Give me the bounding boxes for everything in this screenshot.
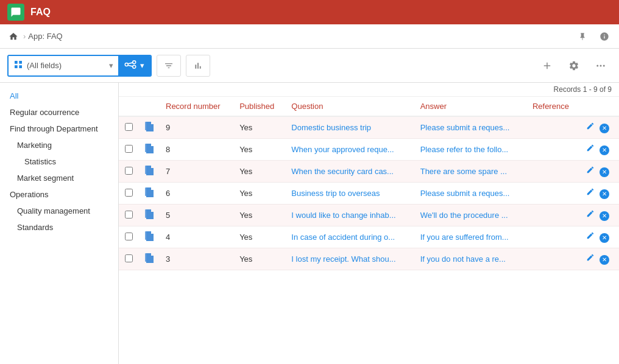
cell-actions: ✕ xyxy=(580,248,619,270)
app-icon xyxy=(7,4,24,21)
cell-record-num: 9 xyxy=(160,116,233,139)
cell-answer[interactable]: There are some spare ... xyxy=(414,161,526,183)
cell-record-num: 3 xyxy=(160,248,233,270)
info-button[interactable] xyxy=(596,28,613,45)
delete-button[interactable]: ✕ xyxy=(600,211,609,221)
cell-checkbox[interactable] xyxy=(119,248,139,270)
cell-question[interactable]: In case of accident during o... xyxy=(285,226,414,248)
delete-button[interactable]: ✕ xyxy=(600,145,609,155)
cell-question[interactable]: I lost my receipt. What shou... xyxy=(285,248,414,270)
edit-button[interactable] xyxy=(586,123,597,132)
table-row: 7 Yes When the security card cas... Ther… xyxy=(119,161,619,183)
edit-button[interactable] xyxy=(586,189,597,198)
cell-published: Yes xyxy=(233,205,285,226)
th-icon xyxy=(139,97,160,116)
cell-question[interactable]: When the security card cas... xyxy=(285,161,414,183)
delete-button[interactable]: ✕ xyxy=(600,167,609,177)
app-header: FAQ xyxy=(0,0,619,24)
delete-button[interactable]: ✕ xyxy=(600,189,609,199)
edit-button[interactable] xyxy=(586,145,597,154)
delete-button[interactable]: ✕ xyxy=(600,255,609,265)
svg-rect-14 xyxy=(145,253,151,262)
sidebar-item-regular-ocourrence[interactable]: Regular ocourrence xyxy=(0,104,118,121)
cell-answer[interactable]: Please submit a reques... xyxy=(414,116,526,139)
cell-checkbox[interactable] xyxy=(119,161,139,183)
search-field-selector[interactable]: (All fields) ▾ xyxy=(9,56,118,75)
sidebar-item-standards[interactable]: Standards xyxy=(0,219,118,236)
svg-point-1 xyxy=(133,61,136,64)
home-icon xyxy=(9,32,18,41)
th-actions xyxy=(580,97,619,116)
pin-icon xyxy=(578,32,587,41)
add-icon xyxy=(542,60,553,71)
cell-answer[interactable]: We'll do the procedure ... xyxy=(414,205,526,226)
edit-button[interactable] xyxy=(586,254,597,264)
cell-doc-icon xyxy=(139,139,160,161)
add-button[interactable] xyxy=(536,55,558,77)
pin-button[interactable] xyxy=(574,28,591,45)
settings-button[interactable] xyxy=(563,55,585,77)
sidebar-item-statistics[interactable]: Statistics xyxy=(0,153,118,170)
th-answer[interactable]: Answer xyxy=(414,97,526,116)
cell-question[interactable]: Domestic business trip xyxy=(285,116,414,139)
cell-checkbox[interactable] xyxy=(119,116,139,139)
cell-answer[interactable]: Please refer to the follo... xyxy=(414,139,526,161)
delete-button[interactable]: ✕ xyxy=(600,124,609,133)
cell-answer[interactable]: If you do not have a re... xyxy=(414,248,526,270)
sidebar-item-operations[interactable]: Operations xyxy=(0,186,118,203)
cell-question[interactable]: Business trip to overseas xyxy=(285,183,414,205)
th-question[interactable]: Question xyxy=(285,97,414,116)
edit-button[interactable] xyxy=(586,233,597,242)
settings-icon xyxy=(568,60,579,71)
table-row: 6 Yes Business trip to overseas Please s… xyxy=(119,183,619,205)
sidebar-item-market-segment[interactable]: Market segment xyxy=(0,170,118,186)
sidebar-item-marketing[interactable]: Marketing xyxy=(0,137,118,153)
sidebar: AllRegular ocourrenceFind through Depart… xyxy=(0,83,119,364)
svg-point-5 xyxy=(596,65,598,66)
cell-checkbox[interactable] xyxy=(119,226,139,248)
edit-button[interactable] xyxy=(586,167,597,176)
cell-record-num: 6 xyxy=(160,183,233,205)
svg-rect-10 xyxy=(145,166,151,174)
th-reference[interactable]: Reference xyxy=(526,97,580,116)
chart-icon xyxy=(193,61,203,71)
table-area: Records 1 - 9 of 9 Record number Publish… xyxy=(119,83,619,364)
th-published[interactable]: Published xyxy=(233,97,285,116)
grid-icon xyxy=(13,60,23,71)
cell-reference xyxy=(526,161,580,183)
filter-icon xyxy=(164,61,174,71)
search-combo[interactable]: (All fields) ▾ ▾ xyxy=(7,55,152,77)
cell-question[interactable]: I would like to change inhab... xyxy=(285,205,414,226)
th-record-number[interactable]: Record number xyxy=(160,97,233,116)
search-field-label: (All fields) xyxy=(27,61,62,70)
sidebar-item-all[interactable]: All xyxy=(0,88,118,104)
filter-button[interactable] xyxy=(157,55,181,77)
chart-button[interactable] xyxy=(186,55,210,77)
delete-button[interactable]: ✕ xyxy=(600,233,609,243)
cell-answer[interactable]: If you are suffered from... xyxy=(414,226,526,248)
svg-rect-12 xyxy=(145,209,151,218)
records-count: Records 1 - 9 of 9 xyxy=(119,83,619,97)
cell-checkbox[interactable] xyxy=(119,183,139,205)
more-button[interactable] xyxy=(590,55,612,77)
data-table: Record number Published Question Answer … xyxy=(119,97,619,270)
cell-checkbox[interactable] xyxy=(119,205,139,226)
cell-question[interactable]: When your approved reque... xyxy=(285,139,414,161)
edit-button[interactable] xyxy=(586,211,597,220)
workflow-icon xyxy=(124,60,136,71)
cell-published: Yes xyxy=(233,248,285,270)
table-row: 8 Yes When your approved reque... Please… xyxy=(119,139,619,161)
home-button[interactable] xyxy=(6,29,21,44)
sidebar-item-find-through-department[interactable]: Find through Department xyxy=(0,121,118,137)
chat-icon xyxy=(10,7,21,18)
svg-rect-13 xyxy=(145,231,151,240)
cell-doc-icon xyxy=(139,205,160,226)
cell-record-num: 8 xyxy=(160,139,233,161)
toolbar: (All fields) ▾ ▾ xyxy=(0,49,619,83)
breadcrumb-actions xyxy=(574,28,613,45)
cell-answer[interactable]: Please submit a reques... xyxy=(414,183,526,205)
sidebar-item-quality-management[interactable]: Quality management xyxy=(0,203,118,219)
cell-checkbox[interactable] xyxy=(119,139,139,161)
svg-rect-11 xyxy=(145,187,151,196)
workflow-button[interactable]: ▾ xyxy=(118,56,150,75)
